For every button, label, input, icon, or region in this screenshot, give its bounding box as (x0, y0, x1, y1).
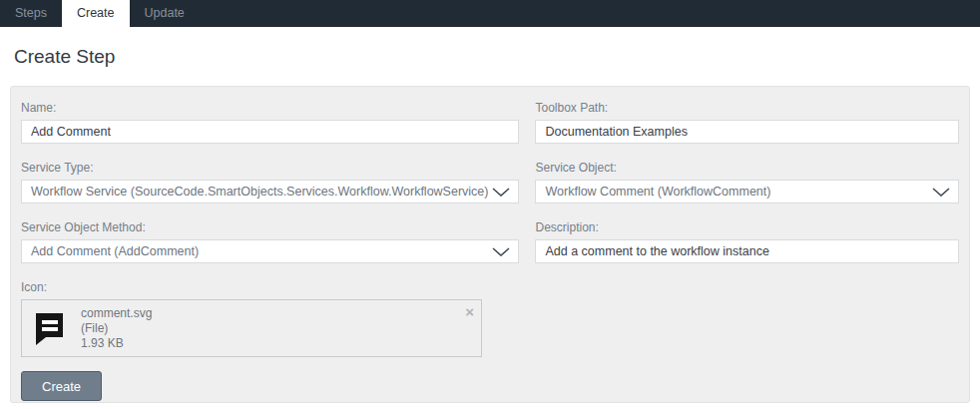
service-type-selected-value: Workflow Service (SourceCode.SmartObject… (31, 185, 488, 199)
name-field-group: Name: (21, 101, 519, 144)
page-title: Create Step (14, 46, 966, 67)
name-input[interactable] (21, 120, 519, 144)
toolbox-path-label: Toolbox Path: (535, 101, 959, 115)
service-object-method-selected-value: Add Comment (AddComment) (31, 244, 199, 258)
chevron-down-icon (492, 188, 510, 197)
tab-update[interactable]: Update (130, 0, 200, 27)
toolbox-path-input[interactable] (535, 120, 959, 144)
tab-steps[interactable]: Steps (0, 0, 62, 27)
service-object-method-dropdown[interactable]: Add Comment (AddComment) (21, 239, 519, 263)
service-type-dropdown[interactable]: Workflow Service (SourceCode.SmartObject… (21, 180, 519, 204)
icon-label: Icon: (21, 280, 482, 294)
remove-file-icon[interactable]: × (465, 304, 474, 319)
service-object-method-field-group: Service Object Method: Add Comment (AddC… (21, 220, 519, 263)
description-field-group: Description: (535, 220, 959, 263)
description-input[interactable] (535, 239, 959, 263)
service-object-field-group: Service Object: Workflow Comment (Workfl… (535, 161, 959, 204)
service-object-dropdown[interactable]: Workflow Comment (WorkflowComment) (535, 180, 959, 204)
description-label: Description: (535, 220, 959, 234)
service-type-label: Service Type: (21, 161, 519, 175)
chevron-down-icon (492, 247, 510, 256)
icon-file-dropzone[interactable]: comment.svg (File) 1.93 KB × (21, 299, 482, 357)
create-step-form-panel: Name: Toolbox Path: Service Type: Workfl… (10, 86, 970, 403)
tab-bar: Steps Create Update (0, 0, 980, 27)
file-kind: (File) (81, 321, 152, 336)
service-type-field-group: Service Type: Workflow Service (SourceCo… (21, 161, 519, 204)
create-button[interactable]: Create (21, 371, 102, 401)
file-meta: comment.svg (File) 1.93 KB (81, 306, 152, 351)
service-object-selected-value: Workflow Comment (WorkflowComment) (545, 185, 770, 199)
chevron-down-icon (932, 188, 950, 197)
file-size: 1.93 KB (81, 336, 152, 351)
file-name: comment.svg (81, 306, 152, 321)
comment-file-icon (34, 311, 65, 346)
service-object-label: Service Object: (535, 161, 959, 175)
tab-create[interactable]: Create (62, 0, 130, 27)
name-label: Name: (21, 101, 519, 115)
toolbox-path-field-group: Toolbox Path: (535, 101, 959, 144)
button-row: Create (21, 371, 959, 401)
service-object-method-label: Service Object Method: (21, 220, 519, 234)
icon-field-group: Icon: comment.svg (File) 1.93 KB × (21, 280, 482, 357)
